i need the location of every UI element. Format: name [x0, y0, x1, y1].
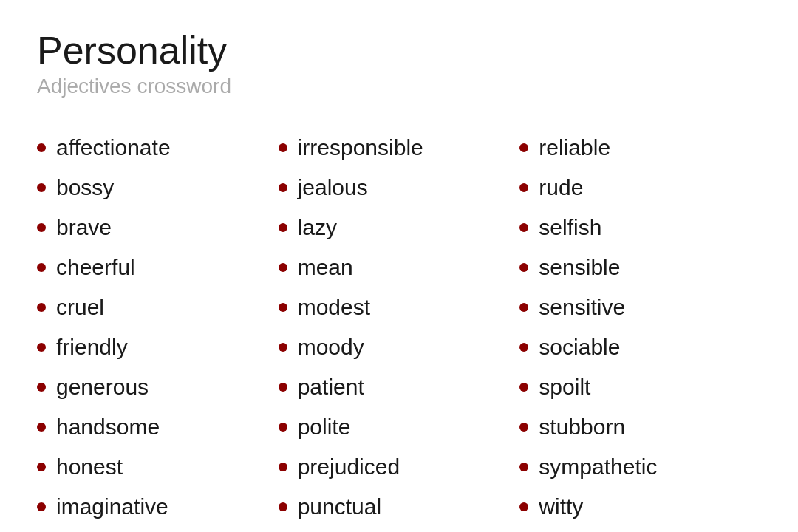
list-item: selfish	[519, 208, 761, 248]
list-item: sensible	[519, 248, 761, 287]
list-item: reliable	[519, 128, 761, 168]
word-label: punctual	[298, 494, 381, 519]
bullet-icon	[37, 183, 46, 192]
word-column-3: reliablerudeselfishsensiblesensitivesoci…	[519, 128, 761, 527]
word-label: reliable	[539, 135, 610, 160]
bullet-icon	[279, 183, 287, 192]
list-item: brave	[37, 208, 279, 248]
list-item: irresponsible	[279, 128, 520, 168]
list-item: honest	[37, 447, 279, 487]
list-item: imaginative	[37, 487, 279, 527]
word-label: jealous	[298, 175, 368, 200]
list-item: jealous	[279, 168, 520, 208]
word-label: generous	[56, 375, 149, 400]
word-label: selfish	[539, 215, 601, 240]
bullet-icon	[279, 423, 287, 432]
word-label: patient	[298, 375, 364, 400]
bullet-icon	[279, 223, 287, 232]
word-label: irresponsible	[298, 135, 423, 160]
word-label: brave	[56, 215, 112, 240]
word-label: lazy	[298, 215, 337, 240]
list-item: affectionate	[37, 128, 279, 168]
list-item: stubborn	[519, 407, 761, 447]
list-item: sociable	[519, 327, 761, 367]
word-label: witty	[539, 494, 583, 519]
list-item: patient	[279, 367, 520, 407]
word-label: sociable	[539, 335, 620, 360]
list-item: polite	[279, 407, 520, 447]
bullet-icon	[519, 383, 528, 392]
bullet-icon	[37, 223, 46, 232]
bullet-icon	[37, 502, 46, 511]
bullet-icon	[519, 223, 528, 232]
word-label: rude	[539, 175, 583, 200]
page-title: Personality	[37, 30, 761, 72]
word-label: honest	[56, 454, 123, 480]
word-label: moody	[298, 335, 364, 360]
list-item: sympathetic	[519, 447, 761, 487]
list-item: mean	[279, 248, 520, 287]
bullet-icon	[279, 263, 287, 272]
word-column-2: irresponsiblejealouslazymeanmodestmoodyp…	[279, 128, 520, 527]
word-label: prejudiced	[298, 454, 400, 480]
bullet-icon	[37, 423, 46, 432]
word-label: cheerful	[56, 255, 135, 280]
list-item: sensitive	[519, 287, 761, 327]
bullet-icon	[279, 502, 287, 511]
word-label: friendly	[56, 335, 128, 360]
bullet-icon	[37, 343, 46, 352]
bullet-icon	[37, 263, 46, 272]
bullet-icon	[279, 463, 287, 471]
word-label: spoilt	[539, 375, 590, 400]
word-label: modest	[298, 295, 370, 320]
bullet-icon	[519, 502, 528, 511]
word-column-1: affectionatebossybravecheerfulcruelfrien…	[37, 128, 279, 527]
list-item: rude	[519, 168, 761, 208]
word-label: polite	[298, 415, 351, 440]
list-item: witty	[519, 487, 761, 527]
list-item: cruel	[37, 287, 279, 327]
word-label: sensitive	[539, 295, 625, 320]
word-label: mean	[298, 255, 353, 280]
list-item: spoilt	[519, 367, 761, 407]
word-label: stubborn	[539, 415, 625, 440]
bullet-icon	[279, 143, 287, 152]
bullet-icon	[37, 383, 46, 392]
bullet-icon	[519, 183, 528, 192]
list-item: friendly	[37, 327, 279, 367]
bullet-icon	[279, 343, 287, 352]
list-item: modest	[279, 287, 520, 327]
bullet-icon	[519, 143, 528, 152]
page-subtitle: Adjectives crossword	[37, 75, 761, 98]
word-label: affectionate	[56, 135, 171, 160]
word-label: handsome	[56, 415, 160, 440]
list-item: bossy	[37, 168, 279, 208]
bullet-icon	[519, 343, 528, 352]
list-item: cheerful	[37, 248, 279, 287]
list-item: handsome	[37, 407, 279, 447]
list-item: lazy	[279, 208, 520, 248]
bullet-icon	[519, 463, 528, 471]
list-item: generous	[37, 367, 279, 407]
word-label: sympathetic	[539, 454, 657, 480]
bullet-icon	[519, 303, 528, 312]
bullet-icon	[37, 463, 46, 471]
list-item: moody	[279, 327, 520, 367]
bullet-icon	[279, 303, 287, 312]
word-label: imaginative	[56, 494, 168, 519]
bullet-icon	[279, 383, 287, 392]
bullet-icon	[37, 303, 46, 312]
bullet-icon	[519, 263, 528, 272]
word-label: bossy	[56, 175, 114, 200]
bullet-icon	[37, 143, 46, 152]
word-label: cruel	[56, 295, 104, 320]
list-item: prejudiced	[279, 447, 520, 487]
bullet-icon	[519, 423, 528, 432]
list-item: punctual	[279, 487, 520, 527]
word-list-container: affectionatebossybravecheerfulcruelfrien…	[37, 128, 761, 527]
word-label: sensible	[539, 255, 620, 280]
